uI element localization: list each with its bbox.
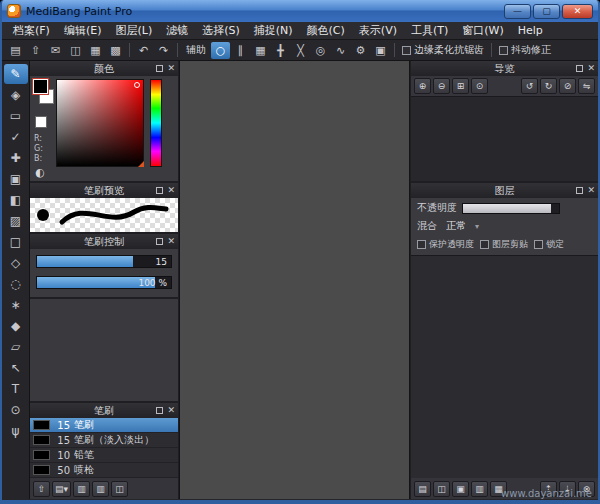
brush-preview-header[interactable]: 笔刷预览 ✕ (30, 183, 178, 198)
maximize-button[interactable]: ▢ (533, 4, 560, 19)
navigator-preview[interactable] (411, 96, 598, 181)
menu-snap[interactable]: 捕捉(N) (247, 22, 300, 40)
material-icon[interactable]: ▦ (86, 42, 105, 59)
brush-folder-icon[interactable]: ▥ (73, 481, 90, 497)
snap-off-icon[interactable]: ○ (211, 42, 230, 59)
zoom-fit-icon[interactable]: ⊞ (452, 78, 469, 94)
redo-icon[interactable]: ↷ (154, 42, 173, 59)
close-panel-icon[interactable]: ✕ (587, 63, 595, 74)
lasso-tool[interactable]: ◌ (4, 274, 28, 294)
close-panel-icon[interactable]: ✕ (167, 236, 175, 247)
layer-list[interactable] (411, 255, 598, 478)
layer-panel-header[interactable]: 图层 ✕ (411, 183, 598, 198)
publish-icon[interactable]: ✉ (46, 42, 65, 59)
menu-window[interactable]: 窗口(W) (455, 22, 510, 40)
menu-color[interactable]: 颜色(C) (300, 22, 352, 40)
move-tool[interactable]: ✚ (4, 148, 28, 168)
brush-control-header[interactable]: 笔刷控制 ✕ (30, 234, 178, 249)
clipping-checkbox[interactable]: 图层剪贴 (480, 238, 528, 251)
select-ellipse-tool[interactable]: ◇ (4, 253, 28, 273)
duplicate-brush-icon[interactable]: ◫ (111, 481, 128, 497)
close-panel-icon[interactable]: ✕ (587, 185, 595, 196)
add-folder-icon[interactable]: ▥ (471, 481, 488, 497)
scroll-up-icon[interactable]: ⇧ (33, 481, 50, 497)
close-panel-icon[interactable]: ✕ (167, 185, 175, 196)
protect-alpha-checkbox[interactable]: 保护透明度 (417, 238, 474, 251)
pen-tool[interactable]: ✓ (4, 127, 28, 147)
menu-help[interactable]: Help (511, 22, 550, 40)
antialias-checkbox[interactable]: 边缘柔化抗锯齿 (399, 43, 487, 57)
select-eraser-tool[interactable]: ▱ (4, 337, 28, 357)
snap-settings-icon[interactable]: ⚙ (351, 42, 370, 59)
sub-color-swatch[interactable] (35, 116, 47, 128)
transfer-layer-icon[interactable]: ▣ (452, 481, 469, 497)
brush-panel-header[interactable]: 笔刷 ✕ (30, 403, 178, 418)
title-bar[interactable]: MediBang Paint Pro — ▢ ✕ (2, 0, 598, 22)
lock-checkbox[interactable]: 锁定 (534, 238, 564, 251)
eyedropper-tool[interactable]: ⊙ (4, 400, 28, 420)
select-pen-tool[interactable]: ◆ (4, 316, 28, 336)
eraser-tool[interactable]: ◈ (4, 85, 28, 105)
foreground-color-swatch[interactable] (33, 79, 48, 94)
canvas[interactable] (179, 61, 410, 499)
text-tool[interactable]: T (4, 379, 28, 399)
popout-icon[interactable] (576, 65, 583, 72)
dot-tool[interactable]: ▭ (4, 106, 28, 126)
blend-mode-select[interactable]: 正常 (442, 219, 470, 233)
add-layer-icon[interactable]: ▤ (414, 481, 431, 497)
zoom-out-icon[interactable]: ⊖ (433, 78, 450, 94)
snap-lattice-icon[interactable]: ▦ (251, 42, 270, 59)
close-panel-icon[interactable]: ✕ (167, 405, 175, 416)
close-button[interactable]: ✕ (562, 4, 593, 19)
opacity-slider[interactable] (462, 203, 560, 214)
menu-layer[interactable]: 图层(L) (108, 22, 159, 40)
brush-list-item[interactable]: 15 笔刷 (30, 418, 178, 433)
menu-view[interactable]: 表示(V) (352, 22, 404, 40)
rotate-left-icon[interactable]: ↺ (521, 78, 538, 94)
zoom-in-icon[interactable]: ⊕ (414, 78, 431, 94)
brush-size-slider[interactable]: 15 (36, 255, 172, 268)
rotate-reset-icon[interactable]: ⊘ (559, 78, 576, 94)
operation-tool[interactable]: ↖ (4, 358, 28, 378)
brush-cloud-folder-icon[interactable]: ▥ (92, 481, 109, 497)
snap-curve-icon[interactable]: ∿ (331, 42, 350, 59)
menu-edit[interactable]: 编辑(E) (57, 22, 109, 40)
brush-opacity-slider[interactable]: 100 % (36, 276, 172, 289)
gradient-tool[interactable]: ▨ (4, 211, 28, 231)
magic-wand-tool[interactable]: ∗ (4, 295, 28, 315)
zoom-actual-icon[interactable]: ⊙ (471, 78, 488, 94)
menu-file[interactable]: 档案(F) (6, 22, 57, 40)
hand-tool[interactable]: ψ (4, 421, 28, 441)
open-icon[interactable]: ▤ (6, 42, 25, 59)
flip-horizontal-icon[interactable]: ⇋ (578, 78, 595, 94)
sv-cursor[interactable] (134, 82, 140, 88)
brush-list-item[interactable]: 15 笔刷（淡入淡出） (30, 433, 178, 448)
brush-list-item[interactable]: 10 铅笔 (30, 448, 178, 463)
brush-list-item[interactable]: 50 喷枪 (30, 463, 178, 478)
fill-tool[interactable]: ▣ (4, 169, 28, 189)
navigator-header[interactable]: 导览 ✕ (411, 61, 598, 76)
menu-select[interactable]: 选择(S) (195, 22, 247, 40)
transparent-color-icon[interactable]: ◐ (35, 166, 45, 179)
grid-icon[interactable]: ▩ (106, 42, 125, 59)
duplicate-layer-icon[interactable]: ◫ (433, 481, 450, 497)
undo-icon[interactable]: ↶ (134, 42, 153, 59)
close-panel-icon[interactable]: ✕ (167, 63, 175, 74)
color-panel-header[interactable]: 颜色 ✕ (30, 61, 178, 76)
add-brush-icon[interactable]: ▤▾ (52, 481, 71, 497)
minimize-button[interactable]: — (504, 4, 531, 19)
export-icon[interactable]: ⇧ (26, 42, 45, 59)
popout-icon[interactable] (156, 238, 163, 245)
snap-more-icon[interactable]: ▣ (371, 42, 390, 59)
snap-x-icon[interactable]: ╳ (291, 42, 310, 59)
snap-vanishing-icon[interactable]: ◎ (311, 42, 330, 59)
popout-icon[interactable] (156, 187, 163, 194)
save-icon[interactable]: ◫ (66, 42, 85, 59)
brush-tool[interactable]: ✎ (4, 64, 28, 84)
popout-icon[interactable] (156, 65, 163, 72)
stabilize-checkbox[interactable]: 抖动修正 (496, 43, 554, 57)
snap-parallel-icon[interactable]: ∥ (231, 42, 250, 59)
hue-slider[interactable] (150, 79, 162, 167)
select-rect-tool[interactable]: □ (4, 232, 28, 252)
rotate-right-icon[interactable]: ↻ (540, 78, 557, 94)
